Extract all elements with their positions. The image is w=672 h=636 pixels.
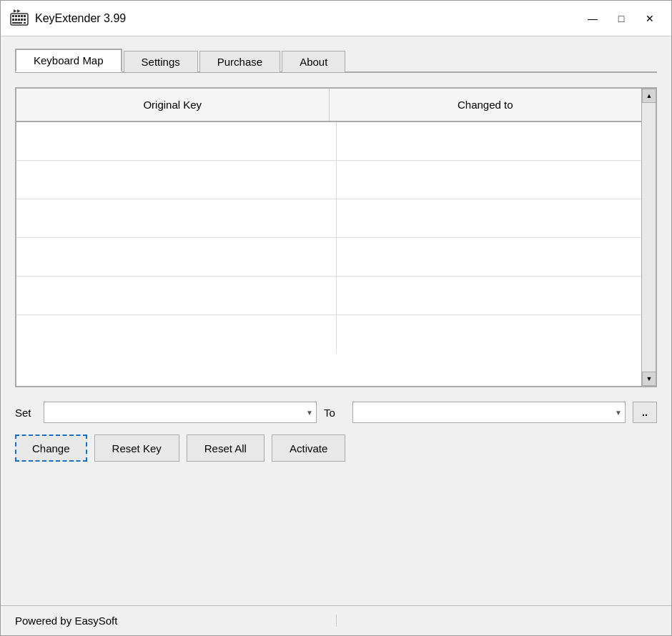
tab-bar: Keyboard Map Settings Purchase About bbox=[15, 48, 657, 73]
tab-about[interactable]: About bbox=[282, 51, 345, 72]
main-window: ▶▶ KeyExtender 3.99 — □ ✕ Keyboard Map S… bbox=[0, 0, 672, 636]
table-cell-col1 bbox=[16, 122, 337, 160]
table-cell-col2 bbox=[337, 315, 656, 354]
table-cell-col2 bbox=[337, 277, 656, 314]
tab-settings[interactable]: Settings bbox=[124, 51, 198, 72]
table-cell-col2 bbox=[337, 161, 656, 199]
table-row[interactable] bbox=[16, 199, 656, 238]
tab-purchase[interactable]: Purchase bbox=[199, 51, 280, 72]
table-rows bbox=[16, 122, 656, 386]
col1-header: Original Key bbox=[16, 89, 330, 121]
maximize-button[interactable]: □ bbox=[608, 8, 634, 29]
set-to-row: Set ▼ To ▼ .. bbox=[15, 402, 657, 423]
footer-right bbox=[336, 615, 658, 627]
set-dropdown[interactable]: ▼ bbox=[44, 402, 317, 423]
to-dropdown-arrow-icon: ▼ bbox=[615, 409, 622, 417]
window-controls: — □ ✕ bbox=[580, 8, 663, 29]
to-label: To bbox=[324, 407, 345, 419]
scrollbar[interactable]: ▲ ▼ bbox=[641, 89, 656, 386]
svg-rect-6 bbox=[12, 19, 14, 21]
svg-rect-4 bbox=[21, 15, 23, 17]
svg-rect-9 bbox=[21, 19, 23, 21]
svg-rect-1 bbox=[12, 15, 14, 17]
to-dropdown[interactable]: ▼ bbox=[352, 402, 626, 423]
svg-rect-12 bbox=[24, 22, 26, 24]
table-cell-col2 bbox=[337, 238, 656, 276]
scroll-track[interactable] bbox=[642, 103, 656, 372]
table-header: Original Key Changed to bbox=[16, 89, 656, 122]
app-icon: ▶▶ bbox=[9, 9, 29, 29]
table-row[interactable] bbox=[16, 277, 656, 315]
content-area: Keyboard Map Settings Purchase About Ori… bbox=[1, 36, 671, 605]
key-map-table: Original Key Changed to bbox=[15, 87, 657, 387]
browse-button[interactable]: .. bbox=[633, 402, 657, 423]
action-buttons-row: Change Reset Key Reset All Activate bbox=[15, 434, 657, 462]
svg-rect-8 bbox=[18, 19, 20, 21]
set-label: Set bbox=[15, 407, 36, 419]
table-row[interactable] bbox=[16, 161, 656, 199]
table-cell-col1 bbox=[16, 199, 337, 237]
tab-keyboard-map[interactable]: Keyboard Map bbox=[15, 49, 122, 72]
activate-button[interactable]: Activate bbox=[272, 434, 345, 462]
table-cell-col1 bbox=[16, 238, 337, 276]
svg-rect-11 bbox=[12, 22, 22, 24]
table-cell-col1 bbox=[16, 277, 337, 314]
table-cell-col1 bbox=[16, 315, 337, 354]
minimize-button[interactable]: — bbox=[580, 8, 606, 29]
reset-all-button[interactable]: Reset All bbox=[187, 434, 265, 462]
svg-text:▶▶: ▶▶ bbox=[14, 9, 21, 13]
svg-rect-5 bbox=[24, 15, 26, 17]
table-row[interactable] bbox=[16, 315, 656, 354]
svg-rect-10 bbox=[24, 19, 26, 21]
table-cell-col1 bbox=[16, 161, 337, 199]
scroll-down-button[interactable]: ▼ bbox=[642, 372, 656, 386]
set-dropdown-arrow-icon: ▼ bbox=[306, 409, 313, 417]
window-title: KeyExtender 3.99 bbox=[35, 12, 580, 25]
table-row[interactable] bbox=[16, 238, 656, 277]
scroll-up-button[interactable]: ▲ bbox=[642, 89, 656, 103]
table-body-area: ▲ ▼ bbox=[16, 122, 656, 386]
table-row[interactable] bbox=[16, 122, 656, 161]
svg-rect-3 bbox=[18, 15, 20, 17]
change-button[interactable]: Change bbox=[15, 434, 87, 462]
svg-rect-7 bbox=[15, 19, 17, 21]
table-cell-col2 bbox=[337, 122, 656, 160]
svg-rect-2 bbox=[15, 15, 17, 17]
col2-header: Changed to bbox=[330, 89, 642, 121]
reset-key-button[interactable]: Reset Key bbox=[94, 434, 179, 462]
footer: Powered by EasySoft bbox=[1, 605, 671, 635]
table-cell-col2 bbox=[337, 199, 656, 237]
footer-text: Powered by EasySoft bbox=[15, 615, 336, 627]
close-button[interactable]: ✕ bbox=[637, 8, 663, 29]
title-bar: ▶▶ KeyExtender 3.99 — □ ✕ bbox=[1, 1, 671, 36]
